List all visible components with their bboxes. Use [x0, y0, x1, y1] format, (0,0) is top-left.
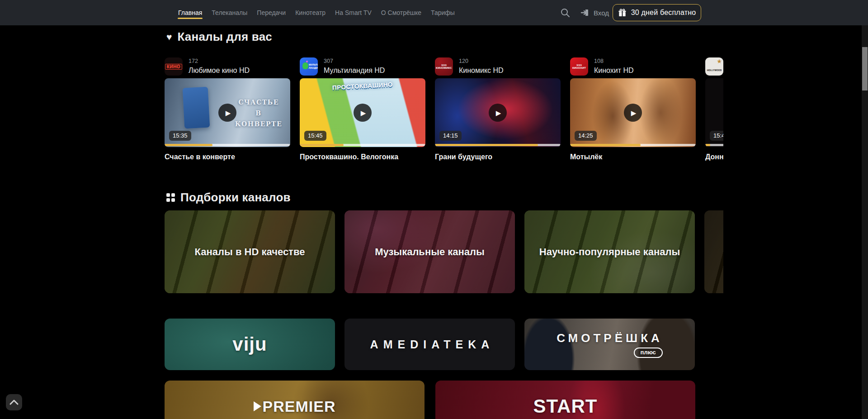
channel-name: Мультиландия HD — [324, 67, 385, 74]
grid-icon — [166, 193, 175, 202]
page-scrollbar-thumb[interactable] — [862, 47, 868, 90]
nav-menu: Главная Телеканалы Передачи Кинотеатр На… — [178, 0, 455, 25]
program-title[interactable]: Простоквашино. Велогонка — [300, 153, 425, 161]
nav-item-programs[interactable]: Передачи — [256, 1, 286, 24]
nav-item-channels[interactable]: Телеканалы — [211, 1, 248, 24]
collections-row-3: PREMIER START — [0, 381, 723, 419]
progress-fill — [705, 144, 710, 146]
login-icon — [580, 8, 590, 17]
channel-card: КИНО 172 Любимое кино HD СЧАСТЬЕ В КОНВЕ… — [165, 57, 290, 161]
collection-card-start[interactable]: START — [435, 381, 695, 419]
amediateka-logo: AMEDIATEKA — [365, 338, 495, 351]
viju-logo: viju — [232, 333, 267, 355]
channel-header[interactable]: ★ HOLLYWOOD — [705, 57, 723, 76]
play-icon: ▶ — [361, 110, 366, 116]
timestamp-badge: 14:25 — [575, 131, 597, 141]
channel-logo-text: HOLLYWOOD — [706, 69, 722, 71]
channel-logo-lyubimoe-kino: КИНО — [165, 57, 183, 76]
channel-logo-multilandia: МУЛЬТИ ЛАНДИЯ — [300, 57, 318, 76]
nav-item-about[interactable]: О Смотрёшке — [381, 1, 422, 24]
channel-header[interactable]: ЗЗЗ КИНОМИКС 120 Киномикс HD — [435, 57, 561, 76]
progress-track — [165, 144, 290, 146]
channel-card: ЗЗЗ КИНОМИКС 120 Киномикс HD ▶ 14:15 Гра… — [435, 57, 561, 161]
collections-row-1: Каналы в HD качестве Музыкальные каналы … — [0, 210, 723, 293]
heart-icon: ♥ — [166, 32, 172, 42]
play-icon: ▶ — [496, 110, 501, 116]
page-scrollbar-track[interactable] — [862, 25, 868, 419]
channel-logo-text: ЗЗЗ КИНОХИТ — [571, 64, 588, 69]
section-title-collections: Подборки каналов — [180, 190, 291, 205]
search-button[interactable] — [559, 7, 571, 19]
channel-logo-text: КИНО — [165, 64, 182, 70]
program-title[interactable]: Счастье в конверте — [165, 153, 290, 161]
channel-card: ЗЗЗ КИНОХИТ 108 Кинохит HD ▶ 14:25 Мотыл… — [570, 57, 696, 161]
collection-card-premier[interactable]: PREMIER — [165, 381, 425, 419]
thumbnail-caption: ПРОСТОКВАШИНО — [332, 81, 393, 91]
channel-logo-text: ЗЗЗ КИНОМИКС — [435, 64, 453, 69]
play-button[interactable]: ▶ — [354, 104, 372, 122]
collection-label: Научно-популярные каналы — [539, 246, 680, 258]
collection-card-partial[interactable] — [704, 210, 723, 293]
video-thumbnail[interactable]: ▶ 14:15 — [435, 78, 561, 147]
video-thumbnail[interactable]: СЧАСТЬЕ В КОНВЕРТЕ ▶ 15:35 — [165, 78, 290, 147]
video-thumbnail[interactable]: ▶ 14:25 — [570, 78, 696, 147]
channel-name: Любимое кино HD — [189, 67, 250, 74]
nav-item-cinema[interactable]: Кинотеатр — [295, 1, 326, 24]
login-label: Вход — [594, 9, 609, 17]
collection-card-viju[interactable]: viju — [165, 319, 335, 370]
channel-logo-kinomiks: ЗЗЗ КИНОМИКС — [435, 57, 453, 76]
mascot-art — [302, 62, 308, 69]
login-button[interactable]: Вход — [580, 0, 609, 25]
channel-header[interactable]: МУЛЬТИ ЛАНДИЯ 307 Мультиландия HD — [300, 57, 425, 76]
section-title-for-you: Каналы для вас — [177, 30, 272, 44]
channel-logo-hollywood: ★ HOLLYWOOD — [705, 57, 723, 76]
collection-card-amediateka[interactable]: AMEDIATEKA — [344, 319, 515, 370]
channel-name: Кинохит HD — [594, 67, 634, 74]
premier-play-icon — [254, 401, 261, 411]
progress-track — [705, 144, 723, 146]
play-button[interactable]: ▶ — [624, 104, 642, 122]
program-title[interactable]: Грани будущего — [435, 153, 561, 161]
collections-row-2: viju AMEDIATEKA СМОТРЁШКА плюс — [0, 319, 723, 370]
trial-button[interactable]: 30 дней бесплатно — [613, 4, 701, 21]
channel-card: ★ HOLLYWOOD ▶ 15:4 Донн — [705, 57, 723, 161]
channel-header[interactable]: КИНО 172 Любимое кино HD — [165, 57, 290, 76]
start-logo: START — [533, 395, 598, 417]
premier-logo: PREMIER — [263, 398, 336, 415]
play-icon: ▶ — [631, 110, 637, 116]
collection-card-science-channels[interactable]: Научно-популярные каналы — [524, 210, 695, 293]
channel-logo-text: МУЛЬТИ ЛАНДИЯ — [309, 63, 317, 70]
channel-header[interactable]: ЗЗЗ КИНОХИТ 108 Кинохит HD — [570, 57, 696, 76]
collection-card-hd-channels[interactable]: Каналы в HD качестве — [165, 210, 335, 293]
channel-card: МУЛЬТИ ЛАНДИЯ 307 Мультиландия HD ПРОСТО… — [300, 57, 425, 161]
scroll-to-top-button[interactable] — [6, 394, 22, 410]
program-title[interactable]: Мотылёк — [570, 153, 696, 161]
video-thumbnail[interactable]: ▶ 15:4 — [705, 78, 723, 147]
play-button[interactable]: ▶ — [489, 104, 507, 122]
timestamp-badge: 14:15 — [439, 131, 462, 141]
section-header-for-you: ♥ Каналы для вас — [166, 30, 272, 44]
play-icon: ▶ — [226, 110, 231, 116]
timestamp-badge: 15:45 — [304, 131, 326, 141]
program-title[interactable]: Донн — [705, 153, 723, 161]
collection-card-music-channels[interactable]: Музыкальные каналы — [344, 210, 515, 293]
trial-button-label: 30 дней бесплатно — [631, 9, 696, 17]
progress-fill — [435, 144, 538, 146]
mailbox-art — [183, 87, 210, 129]
collection-label: Музыкальные каналы — [375, 246, 485, 258]
chevron-up-icon — [9, 399, 19, 405]
channel-number: 120 — [459, 58, 504, 64]
progress-fill — [300, 144, 344, 146]
collection-card-smotreshka-plus[interactable]: СМОТРЁШКА плюс — [524, 319, 695, 370]
progress-track — [300, 144, 425, 146]
channel-name: Киномикс HD — [459, 67, 504, 74]
collection-label: Каналы в HD качестве — [195, 246, 305, 258]
nav-item-home[interactable]: Главная — [178, 1, 203, 24]
page: Главная Телеканалы Передачи Кинотеатр На… — [0, 0, 868, 419]
play-button[interactable]: ▶ — [218, 104, 236, 122]
nav-item-smart-tv[interactable]: На Smart TV — [335, 1, 372, 24]
channel-logo-kinohit: ЗЗЗ КИНОХИТ — [570, 57, 588, 76]
nav-item-tariffs[interactable]: Тарифы — [430, 1, 455, 24]
search-icon — [560, 7, 571, 18]
video-thumbnail[interactable]: ПРОСТОКВАШИНО ▶ 15:45 — [300, 78, 425, 147]
